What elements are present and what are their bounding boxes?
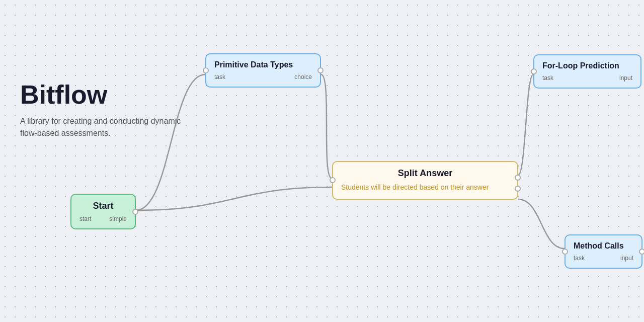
methodcalls-node-title: Method Calls: [574, 242, 633, 251]
methodcalls-tag2: input: [620, 255, 633, 262]
primitive-port-right[interactable]: [317, 67, 324, 73]
branding-section: Bitflow A library for creating and condu…: [20, 80, 181, 139]
split-node-title: Split Answer: [341, 168, 509, 179]
methodcalls-node-tags: task input: [574, 255, 633, 262]
forloop-port-left[interactable]: [531, 68, 537, 74]
split-node[interactable]: Split Answer Students will be directed b…: [332, 161, 518, 200]
forloop-node-title: For-Loop Prediction: [542, 61, 632, 70]
primitive-node-title: Primitive Data Types: [214, 60, 312, 69]
brand-title: Bitflow: [20, 80, 181, 109]
forloop-node[interactable]: For-Loop Prediction task input: [533, 54, 641, 89]
start-node-title: Start: [79, 201, 127, 211]
forloop-tag1: task: [542, 74, 553, 82]
split-port-right-top[interactable]: [515, 175, 521, 181]
methodcalls-tag1: task: [574, 255, 585, 262]
primitive-node-tags: task choice: [214, 73, 312, 80]
primitive-node[interactable]: Primitive Data Types task choice: [205, 53, 321, 88]
split-port-left[interactable]: [330, 177, 336, 183]
forloop-tag2: input: [619, 74, 632, 82]
split-node-description: Students will be directed based on their…: [341, 183, 509, 193]
primitive-port-left[interactable]: [203, 67, 209, 73]
primitive-tag1: task: [214, 73, 225, 80]
start-node[interactable]: Start start simple: [70, 194, 136, 229]
methodcalls-port-right[interactable]: [639, 249, 644, 255]
start-node-tags: start simple: [79, 215, 127, 222]
start-port-right[interactable]: [132, 209, 138, 215]
methodcalls-port-left[interactable]: [562, 249, 568, 255]
start-tag1: start: [79, 215, 91, 222]
forloop-node-tags: task input: [542, 74, 632, 82]
start-tag2: simple: [109, 215, 127, 222]
brand-subtitle: A library for creating and conducting dy…: [20, 115, 181, 139]
split-port-right-bottom[interactable]: [515, 186, 521, 192]
primitive-tag2: choice: [294, 73, 312, 80]
methodcalls-node[interactable]: Method Calls task input: [565, 234, 642, 269]
